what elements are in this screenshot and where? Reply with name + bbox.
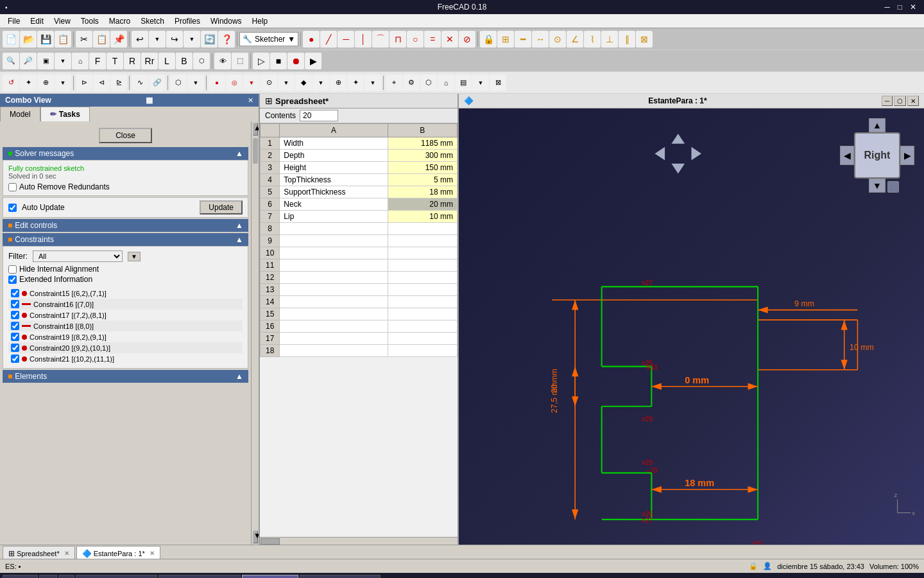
sketch-r1-b26[interactable]: ▤ [455, 74, 472, 91]
sketch-r1-b25[interactable]: ⌂ [438, 74, 454, 91]
tab-estante-close[interactable]: ✕ [147, 550, 155, 557]
cell-b[interactable] [388, 308, 458, 320]
sketch-r1-b14[interactable]: ▼ [243, 74, 260, 91]
filter-select[interactable]: All Normal Redundant [33, 250, 123, 262]
cell-a[interactable] [280, 284, 388, 296]
cell-a[interactable]: Lip [280, 211, 388, 223]
view-special-btn[interactable]: ⬡ [193, 53, 210, 69]
elements-header[interactable]: ■Elements ▲ [3, 370, 248, 383]
cell-b[interactable]: 18 mm [388, 186, 458, 198]
view-top-btn[interactable]: T [107, 53, 123, 69]
sym-btn[interactable]: ✕ [441, 31, 458, 48]
menu-file[interactable]: File [3, 15, 25, 27]
cell-b[interactable]: 1185 mm [388, 137, 458, 150]
del-btn[interactable]: ⊘ [459, 31, 475, 48]
anim-btn[interactable]: ▷ [253, 53, 270, 69]
line-btn[interactable]: ╱ [320, 31, 337, 48]
viewport-canvas[interactable]: 27,5 mm 0 mm 9 mm 10 mm 18 mm [459, 109, 924, 545]
scrollbar-down[interactable]: ▼ [253, 530, 258, 543]
view-zoom-btn[interactable]: 🔎 [20, 53, 37, 69]
lock-btn[interactable]: 🔒 [480, 31, 497, 48]
menu-sketch[interactable]: Sketch [135, 15, 169, 27]
refresh-btn[interactable]: 🔄 [201, 31, 218, 48]
cell-b[interactable]: 5 mm [388, 174, 458, 186]
sketch-r1-b24[interactable]: ⬡ [420, 74, 437, 91]
sketch-r1-b13[interactable]: ◎ [226, 74, 243, 91]
viewport-float-btn[interactable]: ⬡ [894, 96, 906, 106]
perp-btn[interactable]: ⊥ [601, 31, 618, 48]
scrollbar-up[interactable]: ▲ [253, 123, 258, 136]
close-button[interactable]: ✕ [907, 3, 919, 12]
redo-dd[interactable]: ▼ [184, 31, 200, 48]
contents-input[interactable] [300, 110, 338, 121]
dim-btn[interactable]: ↔ [532, 31, 549, 48]
sketch-r1-b9[interactable]: 🔗 [149, 74, 166, 91]
viewport-close-btn[interactable]: ✕ [907, 96, 919, 106]
taskbar-menu-btn[interactable]: ≡ Menú [3, 575, 38, 578]
menu-macro[interactable]: Macro [104, 15, 135, 27]
cell-a[interactable]: SupportThickness [280, 186, 388, 198]
cell-a[interactable] [280, 272, 388, 284]
cell-a[interactable]: Width [280, 137, 388, 150]
nav-up-arrow[interactable]: ▲ [869, 118, 886, 132]
fix-btn[interactable]: ⊠ [636, 31, 653, 48]
filter-dropdown-btn[interactable]: ▼ [128, 252, 141, 261]
c21-check[interactable] [11, 355, 19, 363]
taskbar-granda-btn[interactable]: Granda - /media/quil... [76, 575, 157, 578]
menu-edit[interactable]: Edit [25, 15, 49, 27]
menu-view[interactable]: View [49, 15, 76, 27]
c18-check[interactable] [11, 322, 19, 330]
cell-b[interactable] [388, 247, 458, 259]
nav-cube-handle[interactable] [887, 181, 899, 193]
arc-btn[interactable]: ⌒ [372, 31, 389, 48]
sketch-r1-b17[interactable]: ◆ [295, 74, 312, 91]
sketch-r1-b28[interactable]: ⊠ [490, 74, 506, 91]
view-left-btn[interactable]: L [158, 53, 175, 69]
circle-btn[interactable]: ○ [407, 31, 424, 48]
panel-scrollbar[interactable]: ▲ ▼ [251, 121, 259, 545]
cell-a[interactable]: Depth [280, 150, 388, 162]
sketch-r1-b16[interactable]: ▼ [278, 74, 295, 91]
hide-internal-checkbox[interactable] [8, 265, 17, 274]
cell-a[interactable] [280, 333, 388, 345]
view-fit-btn[interactable]: 🔍 [3, 53, 19, 69]
c17-check[interactable] [11, 311, 19, 319]
constraints-header[interactable]: ■Constraints ▲ [3, 233, 248, 246]
sketch-r1-b1[interactable]: ↺ [3, 74, 19, 91]
cell-b[interactable]: 150 mm [388, 162, 458, 174]
tab-tasks[interactable]: ✏Tasks [40, 107, 90, 121]
workbench-dropdown[interactable]: 🔧 Sketcher ▼ [239, 32, 298, 46]
sketch-r1-b23[interactable]: ⚙ [403, 74, 420, 91]
viewport-min-btn[interactable]: ─ [882, 96, 893, 106]
cell-b[interactable] [388, 320, 458, 333]
cell-b[interactable] [388, 333, 458, 345]
sketch-r1-b19[interactable]: ⊕ [330, 74, 346, 91]
save-btn[interactable]: 💾 [37, 31, 54, 48]
taskbar-t-btn[interactable]: T [58, 575, 74, 578]
sketch-r1-b12[interactable]: ● [209, 74, 225, 91]
open-btn[interactable]: 📂 [20, 31, 37, 48]
close-tasks-btn[interactable]: Close [99, 128, 152, 143]
scrollbar-thumb[interactable] [253, 138, 258, 164]
eq-btn[interactable]: = [424, 31, 441, 48]
taskbar-freecad1-btn[interactable]: [FreeCAD - /media/q... [158, 575, 241, 578]
view-front-btn[interactable]: F [89, 53, 106, 69]
cell-a[interactable] [280, 259, 388, 272]
hscroll-thumb[interactable] [261, 538, 280, 545]
undo-btn[interactable]: ↩ [132, 31, 148, 48]
cell-b[interactable] [388, 345, 458, 357]
c16-check[interactable] [11, 300, 19, 308]
vis-tog-btn[interactable]: 👁 [214, 53, 231, 69]
cell-b[interactable] [388, 223, 458, 235]
sketch-r1-b4[interactable]: ▼ [55, 74, 71, 91]
sketch-r1-b20[interactable]: ✦ [347, 74, 364, 91]
cell-a[interactable] [280, 345, 388, 357]
rec-btn[interactable]: ⏺ [287, 53, 304, 69]
sketch-r1-b21[interactable]: ▼ [364, 74, 381, 91]
cell-a[interactable] [280, 296, 388, 308]
sketch-r1-b11[interactable]: ▼ [187, 74, 204, 91]
cell-a[interactable] [280, 235, 388, 247]
saveas-btn[interactable]: 📋 [55, 31, 71, 48]
rect-btn[interactable]: ⊓ [389, 31, 406, 48]
undo-dd[interactable]: ▼ [149, 31, 166, 48]
